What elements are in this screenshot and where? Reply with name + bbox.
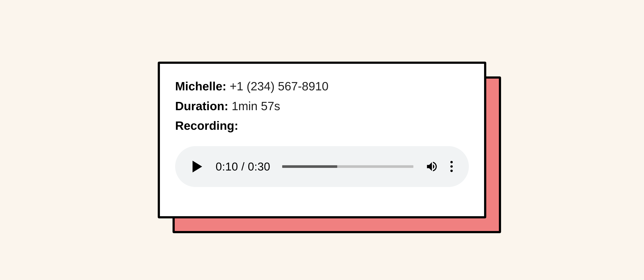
volume-icon[interactable] [425, 160, 438, 173]
progress-bar[interactable] [282, 165, 414, 168]
progress-fill [282, 165, 337, 168]
recording-card: Michelle: +1 (234) 567-8910 Duration: 1m… [158, 62, 486, 218]
duration-label: Duration: [175, 99, 228, 113]
recording-label: Recording: [175, 119, 238, 132]
more-vertical-icon[interactable] [447, 160, 456, 173]
duration-value: 1min 57s [232, 99, 280, 113]
time-display: 0:10 / 0:30 [216, 160, 270, 173]
duration-row: Duration: 1min 57s [175, 97, 469, 115]
caller-value: +1 (234) 567-8910 [230, 80, 328, 93]
audio-player: 0:10 / 0:30 [175, 146, 469, 187]
caller-label: Michelle: [175, 80, 226, 93]
play-icon[interactable] [192, 161, 202, 172]
card-stack: Michelle: +1 (234) 567-8910 Duration: 1m… [158, 62, 486, 218]
caller-row: Michelle: +1 (234) 567-8910 [175, 77, 469, 95]
recording-row: Recording: [175, 117, 469, 135]
